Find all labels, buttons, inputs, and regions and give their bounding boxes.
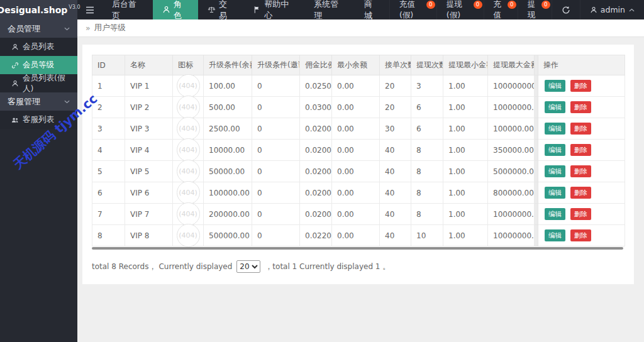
table-row: 5VIP 5(404)50000.0000.02000.004081.00500… — [92, 161, 625, 182]
column-header: 名称 — [125, 55, 173, 75]
sidebar-item[interactable]: 会员列表 — [0, 38, 77, 56]
edit-button[interactable]: 编辑 — [545, 187, 565, 199]
cell-value: 0 — [252, 182, 300, 204]
pagination-suffix: ，total 1 Currently displayed 1 。 — [265, 262, 390, 272]
cell-value: 10000.00 — [204, 140, 252, 161]
cell-id: 4 — [92, 140, 125, 161]
column-header: 图标 — [173, 55, 204, 75]
column-header: 佣金比例 — [300, 55, 332, 75]
cell-icon: (404) — [173, 225, 204, 246]
top-nav-item[interactable]: 交易 — [198, 0, 243, 19]
delete-button[interactable]: 删除 — [570, 165, 591, 177]
cell-value: 0.00 — [332, 204, 380, 225]
cell-value: 0.0220 — [300, 225, 332, 246]
cell-value: 100000.00 — [488, 118, 535, 140]
refresh-icon[interactable] — [552, 0, 580, 19]
cell-value: 0.0200 — [300, 140, 332, 161]
edit-button[interactable]: 编辑 — [545, 101, 565, 113]
page-size-select[interactable]: 20 — [236, 260, 260, 273]
sidebar-item-label: 会员等级 — [23, 60, 54, 70]
table-row: 4VIP 4(404)10000.0000.02000.004081.00350… — [92, 140, 625, 161]
cell-value: 0.00 — [332, 182, 380, 204]
cell-icon: (404) — [173, 97, 204, 118]
sidebar-group-header[interactable]: 客服管理 — [0, 92, 77, 111]
cell-id: 2 — [92, 97, 125, 118]
cell-value: 500.00 — [204, 97, 252, 118]
edit-button[interactable]: 编辑 — [545, 144, 565, 156]
sidebar-group-header[interactable]: 会员管理 — [0, 19, 77, 38]
cell-value: 0.0300 — [300, 97, 332, 118]
sidebar-group-label: 客服管理 — [8, 96, 40, 108]
cell-value: 0.00 — [332, 161, 380, 182]
notification-item[interactable]: 充值0 — [484, 0, 518, 19]
sidebar: 会员管理会员列表会员等级会员列表(假人)客服管理客服列表 — [0, 19, 77, 342]
notification-item[interactable]: 提现(假)0 — [436, 0, 484, 19]
app-name: Desigual.shop — [0, 5, 67, 15]
cell-value: 40 — [380, 140, 411, 161]
broken-image-icon: (404) — [177, 138, 200, 162]
delete-button[interactable]: 删除 — [570, 123, 591, 135]
cell-icon: (404) — [173, 118, 204, 140]
edit-button[interactable]: 编辑 — [545, 80, 565, 92]
delete-button[interactable]: 删除 — [570, 80, 591, 92]
app-logo[interactable]: Desigual.shop V3.0 — [0, 0, 77, 19]
top-nav-item[interactable]: 系统管理 — [304, 0, 355, 19]
notification-badge: 0 — [474, 1, 482, 9]
notification-label: 提现(假) — [447, 0, 474, 21]
cell-actions: 编辑删除 — [538, 75, 625, 97]
cell-actions: 编辑删除 — [538, 140, 625, 161]
top-nav-item[interactable]: 角色 — [153, 0, 198, 19]
delete-button[interactable]: 删除 — [570, 144, 591, 156]
edit-button[interactable]: 编辑 — [545, 229, 565, 241]
cell-value: 1.00 — [443, 75, 488, 97]
notification-item[interactable]: 提现0 — [518, 0, 552, 19]
column-header: 提现最大金额 — [488, 55, 535, 75]
top-nav-item[interactable]: 帮助中心 — [243, 0, 304, 19]
top-nav-item[interactable]: 商城 — [355, 0, 389, 19]
cell-actions: 编辑删除 — [538, 161, 625, 182]
cell-value: 0.0200 — [300, 161, 332, 182]
cell-value: 6 — [411, 97, 443, 118]
cell-actions: 编辑删除 — [538, 97, 625, 118]
person-icon — [11, 80, 19, 87]
cell-name: VIP 7 — [125, 204, 173, 225]
admin-menu[interactable]: admin — [580, 0, 644, 19]
cell-value: 1000000000.00 — [488, 75, 535, 97]
cell-value: 8 — [411, 140, 443, 161]
cell-actions: 编辑删除 — [538, 118, 625, 140]
cell-actions: 编辑删除 — [538, 225, 625, 246]
person-icon — [11, 43, 19, 51]
delete-button[interactable]: 删除 — [570, 229, 591, 241]
delete-button[interactable]: 删除 — [570, 101, 591, 113]
pagination-bar: total 8 Records， Currently displayed 20 … — [92, 260, 625, 273]
edit-button[interactable]: 编辑 — [545, 165, 565, 177]
chevron-down-icon — [64, 27, 70, 31]
cell-value: 100000.00 — [204, 182, 252, 204]
sidebar-item[interactable]: 会员列表(假人) — [0, 74, 77, 92]
edit-button[interactable]: 编辑 — [545, 208, 565, 220]
cell-value: 0.0200 — [300, 182, 332, 204]
hamburger-icon[interactable] — [77, 0, 103, 19]
edit-button[interactable]: 编辑 — [545, 123, 565, 135]
horizontal-scrollbar[interactable] — [92, 247, 623, 250]
delete-button[interactable]: 删除 — [570, 208, 591, 220]
top-nav-item-label: 商城 — [364, 0, 380, 21]
cell-value: 0 — [252, 225, 300, 246]
delete-button[interactable]: 删除 — [570, 187, 591, 199]
cell-actions: 编辑删除 — [538, 204, 625, 225]
notification-item[interactable]: 充值(假)0 — [389, 0, 436, 19]
cell-value: 3 — [411, 75, 443, 97]
cell-icon: (404) — [173, 182, 204, 204]
breadcrumb-separator-icon: » — [86, 23, 91, 33]
cell-value: 10000000.00 — [488, 97, 535, 118]
cell-id: 1 — [92, 75, 125, 97]
table-card: ID名称图标升级条件(余额)升级条件(邀请)佣金比例最小余额接单次数提现次数提现… — [82, 45, 634, 284]
cell-value: 1.00 — [443, 140, 488, 161]
top-nav-item[interactable]: 后台首页 — [103, 0, 153, 19]
cell-value: 0.0200 — [300, 204, 332, 225]
sidebar-item[interactable]: 客服列表 — [0, 111, 77, 129]
table-row: 6VIP 6(404)100000.0000.02000.004081.0080… — [92, 182, 625, 204]
cell-value: 0.0200 — [300, 118, 332, 140]
table-body: 1VIP 1(404)100.0000.02500.002031.0010000… — [92, 75, 625, 246]
sidebar-item[interactable]: 会员等级 — [0, 56, 77, 74]
